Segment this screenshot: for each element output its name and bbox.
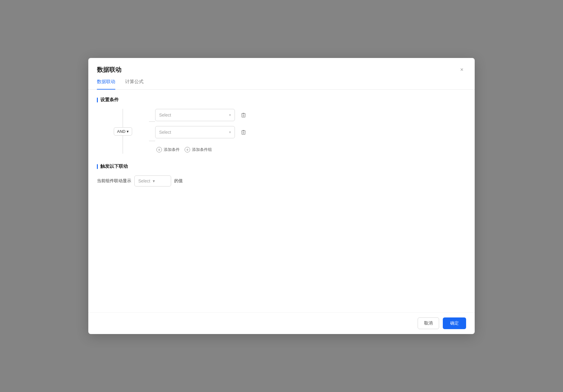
trigger-prefix-text: 当前组件联动显示	[97, 178, 131, 184]
condition-select-2[interactable]: Select ▾	[155, 126, 235, 138]
add-condition-button[interactable]: + 添加条件	[156, 146, 180, 154]
add-condition-label: 添加条件	[164, 147, 180, 152]
condition-select-1-placeholder: Select	[159, 113, 171, 117]
add-group-icon: +	[185, 147, 190, 152]
add-condition-row: + 添加条件 + 添加条件组	[155, 146, 466, 154]
modal-tabs: 数据联动 计算公式	[88, 74, 475, 90]
modal-overlay: 数据联动 × 数据联动 计算公式 设置条件 AND	[0, 0, 563, 392]
trash-icon-1	[241, 112, 246, 118]
condition-select-1[interactable]: Select ▾	[155, 109, 235, 121]
add-group-label: 添加条件组	[192, 147, 212, 152]
modal-body: 设置条件 AND ▾	[88, 90, 475, 312]
and-operator-button[interactable]: AND ▾	[114, 127, 132, 136]
and-label: AND	[117, 129, 125, 134]
condition-select-2-placeholder: Select	[159, 130, 171, 135]
connector-lines	[149, 109, 155, 154]
trigger-row: 当前组件联动显示 Select ▾ 的值	[97, 175, 466, 186]
add-condition-icon: +	[156, 147, 162, 152]
condition-row-1: Select ▾	[155, 109, 466, 121]
add-condition-group-button[interactable]: + 添加条件组	[185, 146, 212, 154]
modal-header: 数据联动 ×	[88, 58, 475, 74]
modal-dialog: 数据联动 × 数据联动 计算公式 设置条件 AND	[88, 58, 475, 334]
cancel-button[interactable]: 取消	[418, 317, 439, 329]
connector-2	[149, 141, 155, 141]
modal-title: 数据联动	[97, 66, 121, 74]
tab-data-link[interactable]: 数据联动	[97, 79, 115, 90]
condition-select-2-chevron: ▾	[229, 130, 231, 134]
trigger-suffix-text: 的值	[174, 178, 183, 184]
condition-container: AND ▾	[97, 109, 466, 154]
bracket-line-bottom	[123, 136, 123, 154]
confirm-button[interactable]: 确定	[443, 317, 466, 329]
trash-icon-2	[241, 129, 246, 135]
tab-calc-formula[interactable]: 计算公式	[125, 79, 144, 90]
and-bracket-area: AND ▾	[97, 109, 149, 154]
bracket-line-top	[123, 109, 123, 127]
connector-1	[149, 121, 155, 122]
modal-close-button[interactable]: ×	[458, 65, 466, 74]
delete-condition-2-button[interactable]	[239, 127, 248, 137]
conditions-section-title: 设置条件	[97, 97, 466, 103]
condition-select-1-chevron: ▾	[229, 113, 231, 117]
trigger-section-title: 触发以下联动	[97, 163, 466, 169]
conditions-section: 设置条件 AND ▾	[97, 97, 466, 154]
trigger-section: 触发以下联动 当前组件联动显示 Select ▾ 的值	[97, 163, 466, 186]
modal-footer: 取消 确定	[88, 312, 475, 334]
and-chevron: ▾	[127, 129, 129, 134]
condition-row-2: Select ▾	[155, 126, 466, 138]
trigger-select-placeholder: Select	[138, 179, 150, 183]
delete-condition-1-button[interactable]	[239, 110, 248, 120]
trigger-select[interactable]: Select ▾	[134, 175, 171, 186]
condition-rows: Select ▾ Select	[155, 109, 466, 154]
trigger-select-chevron: ▾	[153, 179, 155, 183]
